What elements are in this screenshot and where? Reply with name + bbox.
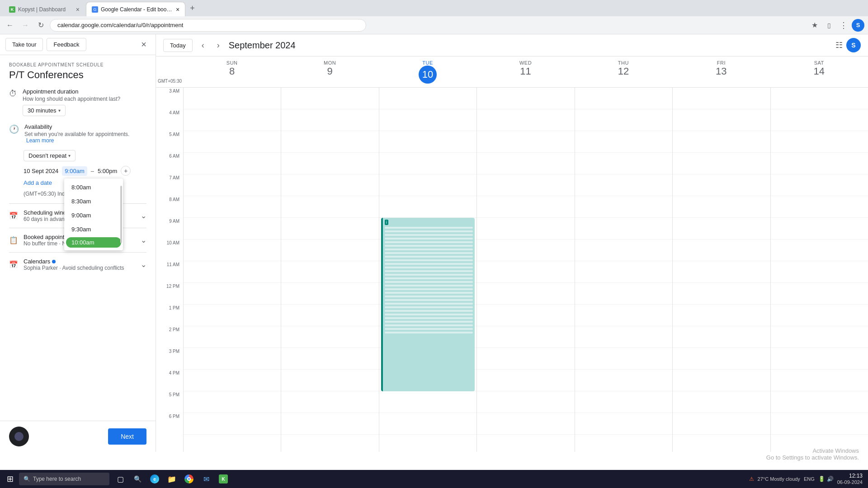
taskbar-app-chrome[interactable]: [181, 471, 197, 487]
calendar-body: 3 AM 4 AM 5 AM 6 AM 7 AM 8 AM 9 AM 10 AM…: [156, 88, 868, 452]
appointment-stripes: [385, 227, 473, 333]
back-button[interactable]: ←: [4, 19, 16, 32]
panel-top-bar: Take tour Feedback ×: [0, 34, 156, 55]
cal-day-sat: SAT 14: [770, 56, 868, 87]
taskbar-app-kopyst[interactable]: K: [215, 471, 231, 487]
extensions-icon[interactable]: ▯: [823, 19, 835, 32]
taskbar-app-edge[interactable]: e: [146, 471, 163, 487]
thu-name: THU: [575, 60, 672, 66]
mon-num: 9: [281, 66, 378, 77]
duration-value: 30 minutes: [28, 107, 57, 114]
reload-button[interactable]: ↻: [34, 19, 47, 32]
availability-title: Availability: [24, 123, 146, 130]
duration-dropdown-arrow: ▾: [58, 108, 61, 113]
sat-num: 14: [770, 66, 868, 77]
mon-name: MON: [281, 60, 378, 66]
cal-day-tue[interactable]: TUE 10: [379, 56, 476, 87]
availability-icon: 🕐: [9, 124, 19, 146]
taskbar-app-search[interactable]: 🔍: [129, 471, 146, 487]
next-button[interactable]: Next: [108, 428, 146, 445]
dropdown-scrollbar: [120, 186, 122, 243]
duration-title: Appointment duration: [23, 88, 146, 95]
time-option-930[interactable]: 9:30am: [64, 222, 123, 236]
grid-view-icon[interactable]: ☷: [835, 40, 843, 50]
time-option-1000[interactable]: 10:00am: [66, 237, 121, 248]
address-bar[interactable]: calendar.google.com/calendar/u/0/r/appoi…: [50, 19, 366, 32]
taskbar-search-label: Type here to search: [33, 476, 81, 482]
time-5pm: 5 PM: [169, 392, 179, 397]
time-option-830[interactable]: 8:30am: [64, 194, 123, 208]
tab-close-kopyst[interactable]: ×: [76, 6, 80, 13]
next-month-button[interactable]: ›: [213, 39, 223, 52]
taskbar-start-button[interactable]: ⊞: [2, 471, 18, 487]
tab-icon-gcal: G: [92, 6, 98, 13]
time-5am: 5 AM: [169, 132, 179, 137]
taskbar-search-icon: 🔍: [24, 476, 30, 482]
calendar-profile-avatar[interactable]: S: [846, 38, 861, 52]
close-panel-button[interactable]: ×: [137, 38, 150, 51]
panel-section-label: BOOKABLE APPOINTMENT SCHEDULE: [9, 62, 146, 67]
profile-avatar[interactable]: S: [852, 19, 864, 32]
cal-day-mon: MON 9: [281, 56, 378, 87]
col-fri: [672, 88, 770, 452]
prev-month-button[interactable]: ‹: [198, 39, 208, 52]
tab-close-gcal[interactable]: ×: [176, 6, 179, 13]
new-tab-button[interactable]: +: [186, 2, 198, 15]
take-tour-button[interactable]: Take tour: [5, 38, 43, 51]
col-thu: [575, 88, 672, 452]
bookmark-star-icon[interactable]: ★: [808, 19, 821, 32]
address-text: calendar.google.com/calendar/u/0/r/appoi…: [57, 22, 183, 28]
taskbar-app-windows[interactable]: ▢: [112, 471, 128, 487]
time-4am: 4 AM: [169, 110, 179, 115]
time-4pm: 4 PM: [169, 371, 179, 375]
calendar-days-header: GMT+05:30 SUN 8 MON 9 TUE 10 WED 11: [156, 56, 868, 88]
calendar-header-right: ☷ S: [835, 38, 861, 52]
tab-bar: K Kopyst | Dashboard × G Google Calendar…: [4, 0, 198, 16]
taskbar-app-files[interactable]: 📁: [164, 471, 180, 487]
learn-more-link[interactable]: Learn more: [26, 137, 54, 144]
appointment-duration-section: ⏱ Appointment duration How long should e…: [9, 88, 146, 116]
cal-day-sun: SUN 8: [183, 56, 281, 87]
calendars-title: Calendars: [24, 258, 135, 265]
tab-icon-kopyst: K: [9, 6, 15, 13]
dark-circle-button[interactable]: [9, 427, 29, 446]
start-time-input[interactable]: 9:00am: [62, 166, 87, 176]
volume-icon: 🔊: [827, 476, 834, 482]
end-time-text: 5:00pm: [98, 168, 117, 174]
dark-circle-icon: [14, 432, 24, 441]
time-dash: –: [91, 168, 94, 174]
tab-kopyst[interactable]: K Kopyst | Dashboard ×: [4, 3, 85, 16]
time-dropdown: 8:00am 8:30am 9:00am 9:30am 10:00am: [64, 178, 123, 250]
more-tools-icon[interactable]: ⋮: [837, 19, 850, 32]
duration-dropdown[interactable]: 30 minutes ▾: [23, 105, 66, 116]
appointment-block[interactable]: i: [381, 218, 475, 391]
repeat-row: Doesn't repeat ▾: [24, 150, 146, 161]
repeat-dropdown[interactable]: Doesn't repeat ▾: [24, 150, 75, 161]
taskbar-search-box[interactable]: 🔍 Type here to search: [19, 473, 109, 485]
cal-day-fri: FRI 13: [672, 56, 770, 87]
calendars-body: Calendars Sophia Parker · Avoid scheduli…: [24, 258, 135, 271]
feedback-button[interactable]: Feedback: [47, 38, 86, 51]
toolbar-right-icons: ★ ▯ ⋮ S: [808, 19, 864, 32]
appointment-info-icon: i: [385, 220, 388, 225]
booked-chevron: ⌄: [141, 236, 146, 244]
forward-button[interactable]: →: [19, 19, 32, 32]
calendar-header: Today ‹ › September 2024 ☷ S: [156, 34, 868, 56]
panel-bottom: Next: [0, 421, 156, 452]
taskbar-weather: 27°C Mostly cloudy: [758, 476, 800, 482]
add-time-button[interactable]: +: [121, 166, 131, 176]
taskbar-app-mail[interactable]: ✉: [198, 471, 214, 487]
taskbar: ⊞ 🔍 Type here to search ▢ 🔍 e 📁 ✉ K ⚠ 27…: [0, 470, 868, 488]
duration-body: Appointment duration How long should eac…: [23, 88, 146, 116]
today-button[interactable]: Today: [163, 39, 193, 52]
cal-day-thu: THU 12: [575, 56, 672, 87]
availability-body: Availability Set when you're available f…: [24, 123, 146, 146]
time-option-800[interactable]: 8:00am: [64, 180, 123, 194]
calendars-header[interactable]: 📅 Calendars Sophia Parker · Avoid schedu…: [9, 253, 146, 277]
taskbar-right: ⚠ 27°C Mostly cloudy ENG 🔋 🔊 12:13 06-09…: [749, 473, 866, 485]
col-sun: [183, 88, 281, 452]
time-option-900[interactable]: 9:00am: [64, 208, 123, 222]
calendar-dot: [52, 260, 56, 263]
tab-gcal[interactable]: G Google Calendar - Edit bookal... ×: [86, 2, 185, 16]
sat-name: SAT: [770, 60, 868, 66]
